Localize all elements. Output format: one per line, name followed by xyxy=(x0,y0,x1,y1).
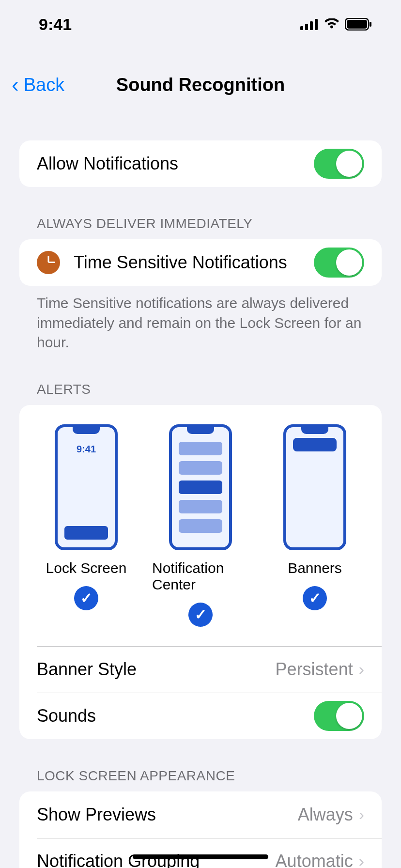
wifi-icon xyxy=(324,18,340,30)
back-button[interactable]: ‹ Back xyxy=(12,73,64,97)
chevron-left-icon: ‹ xyxy=(12,73,19,97)
alert-type-banners[interactable]: Banners ✓ xyxy=(266,424,363,627)
lock-screen-preview-icon: 9:41 xyxy=(55,424,118,550)
banner-style-row[interactable]: Banner Style Persistent › xyxy=(19,646,382,693)
show-previews-value: Always xyxy=(298,805,353,825)
lock-screen-label: Lock Screen xyxy=(46,560,127,576)
allow-notifications-label: Allow Notifications xyxy=(37,154,314,174)
chevron-right-icon: › xyxy=(359,805,364,824)
time-sensitive-label: Time Sensitive Notifications xyxy=(74,252,314,273)
status-icons xyxy=(300,18,372,31)
svg-rect-3 xyxy=(315,19,318,30)
deliver-footer: Time Sensitive notifications are always … xyxy=(19,286,382,353)
show-previews-row[interactable]: Show Previews Always › xyxy=(19,791,382,838)
home-indicator[interactable] xyxy=(133,854,268,859)
cellular-icon xyxy=(300,18,319,30)
alert-type-lock-screen[interactable]: 9:41 Lock Screen ✓ xyxy=(38,424,135,627)
allow-notifications-row[interactable]: Allow Notifications xyxy=(19,140,382,187)
notification-grouping-value: Automatic xyxy=(276,851,353,868)
allow-notifications-toggle[interactable] xyxy=(314,149,364,179)
notification-grouping-row[interactable]: Notification Grouping Automatic › xyxy=(19,838,382,868)
alerts-header: Alerts xyxy=(19,382,382,405)
svg-rect-0 xyxy=(300,26,303,30)
deliver-header: Always Deliver Immediately xyxy=(19,216,382,239)
svg-rect-1 xyxy=(305,24,308,30)
chevron-right-icon: › xyxy=(359,660,364,679)
lock-appearance-header: Lock Screen Appearance xyxy=(19,768,382,791)
lock-screen-check-icon: ✓ xyxy=(74,586,98,610)
banner-style-label: Banner Style xyxy=(37,659,276,680)
show-previews-label: Show Previews xyxy=(37,805,298,825)
svg-rect-6 xyxy=(370,22,371,27)
status-bar: 9:41 xyxy=(0,0,401,48)
banners-preview-icon xyxy=(283,424,346,550)
status-time: 9:41 xyxy=(39,15,72,34)
time-sensitive-toggle[interactable] xyxy=(314,248,364,278)
banners-check-icon: ✓ xyxy=(303,586,327,610)
nav-bar: ‹ Back Sound Recognition xyxy=(0,63,401,107)
notification-center-label: Notification Center xyxy=(152,560,249,593)
battery-icon xyxy=(345,18,372,31)
alert-type-notification-center[interactable]: Notification Center ✓ xyxy=(152,424,249,627)
notification-center-preview-icon xyxy=(169,424,232,550)
sounds-label: Sounds xyxy=(37,706,314,726)
svg-rect-5 xyxy=(347,20,367,29)
alert-types: 9:41 Lock Screen ✓ Notification Center ✓ xyxy=(19,424,382,646)
sounds-row[interactable]: Sounds xyxy=(19,693,382,739)
notification-grouping-label: Notification Grouping xyxy=(37,851,276,868)
clock-icon xyxy=(37,251,60,274)
time-sensitive-row[interactable]: Time Sensitive Notifications xyxy=(19,239,382,286)
sounds-toggle[interactable] xyxy=(314,701,364,731)
chevron-right-icon: › xyxy=(359,852,364,868)
notification-center-check-icon: ✓ xyxy=(188,603,213,627)
banner-style-value: Persistent xyxy=(276,659,353,680)
svg-rect-2 xyxy=(310,21,313,30)
back-label: Back xyxy=(24,75,64,95)
banners-label: Banners xyxy=(288,560,342,576)
